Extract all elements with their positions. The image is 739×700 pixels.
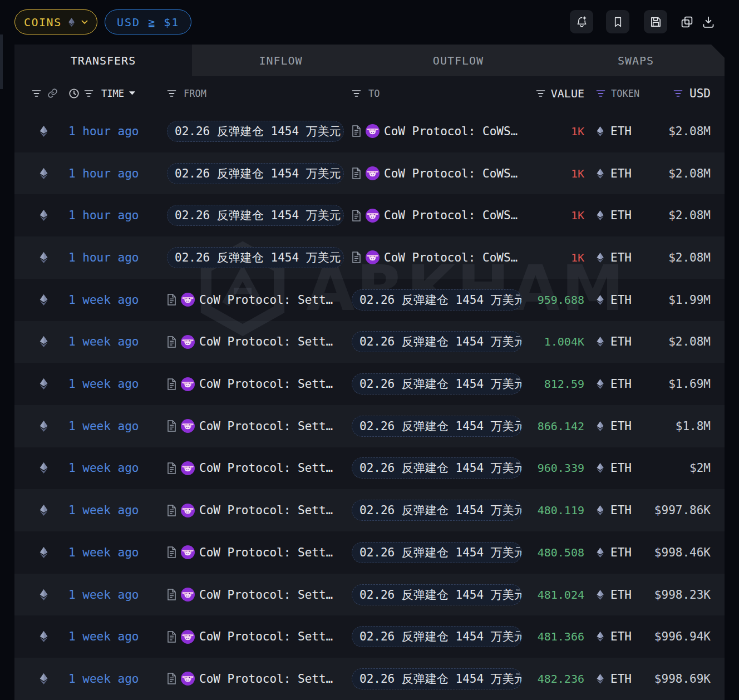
table-row[interactable]: 1 week ago CoW Protocol: Sett… 02.26 反弹建… [14,574,725,616]
entity-link[interactable]: CoW Protocol: Sett… [167,504,333,517]
token-cell[interactable]: ETH [584,504,638,517]
entity-link[interactable]: CoW Protocol: CoWS… [352,250,518,264]
table-row[interactable]: 1 hour ago 02.26 反弹建仓 1454 万美元 CoW Proto… [14,194,725,236]
entity-link[interactable]: CoW Protocol: Sett… [167,461,333,475]
copy-button[interactable] [680,15,694,29]
entity-link[interactable]: CoW Protocol: Sett… [167,672,333,686]
table-row[interactable]: 1 week ago CoW Protocol: Sett… 02.26 反弹建… [14,405,725,447]
to-cell: 02.26 反弹建仓 1454 万美元 [352,289,524,310]
time-link[interactable]: 1 week ago [68,630,139,643]
address-pill[interactable]: 02.26 反弹建仓 1454 万美元 [352,584,522,605]
address-pill[interactable]: 02.26 反弹建仓 1454 万美元 [352,668,522,689]
entity-link[interactable]: CoW Protocol: Sett… [167,335,333,349]
address-pill[interactable]: 02.26 反弹建仓 1454 万美元 [352,331,522,352]
token-cell[interactable]: ETH [584,293,638,307]
column-header-token[interactable]: TOKEN [611,88,639,99]
tab-swaps[interactable]: SWAPS [547,45,725,76]
column-header-value[interactable]: VALUE [551,87,584,100]
filter-icon[interactable] [167,90,176,97]
address-pill[interactable]: 02.26 反弹建仓 1454 万美元 [352,500,522,521]
cow-protocol-avatar-icon [181,377,195,391]
filter-icon[interactable] [352,90,361,97]
save-button[interactable] [644,10,667,33]
token-cell[interactable]: ETH [584,209,638,222]
download-button[interactable] [701,15,716,29]
address-pill[interactable]: 02.26 反弹建仓 1454 万美元 [352,289,522,310]
token-cell[interactable]: ETH [584,546,638,559]
tab-transfers[interactable]: TRANSFERS [14,45,192,76]
entity-link[interactable]: CoW Protocol: Sett… [167,588,333,602]
bookmark-button[interactable] [606,10,629,33]
entity-link[interactable]: CoW Protocol: Sett… [167,377,333,391]
entity-link[interactable]: CoW Protocol: CoWS… [352,124,518,138]
address-pill[interactable]: 02.26 反弹建仓 1454 万美元 [167,121,344,142]
address-pill[interactable]: 02.26 反弹建仓 1454 万美元 [352,457,522,479]
sort-chevron-icon[interactable] [129,91,136,96]
entity-link[interactable]: CoW Protocol: CoWS… [352,209,518,223]
address-pill[interactable]: 02.26 反弹建仓 1454 万美元 [167,247,344,268]
address-pill[interactable]: 02.26 反弹建仓 1454 万美元 [352,626,522,647]
table-row[interactable]: 1 week ago CoW Protocol: Sett… 02.26 反弹建… [14,279,725,321]
time-link[interactable]: 1 week ago [68,546,139,559]
tab-inflow[interactable]: INFLOW [192,45,370,76]
token-cell[interactable]: ETH [584,167,638,180]
token-cell[interactable]: ETH [584,630,638,643]
table-header: TIME FROM TO VALUE TOKEN USD [14,76,725,110]
column-header-time[interactable]: TIME [101,88,124,99]
table-row[interactable]: 1 week ago CoW Protocol: Sett… 02.26 反弹建… [14,447,725,490]
time-link[interactable]: 1 week ago [68,335,139,348]
filter-icon[interactable] [32,90,41,97]
column-header-usd[interactable]: USD [689,87,711,100]
table-row[interactable]: 1 hour ago 02.26 反弹建仓 1454 万美元 CoW Proto… [14,152,725,195]
time-link[interactable]: 1 week ago [68,461,139,475]
address-pill[interactable]: 02.26 反弹建仓 1454 万美元 [352,416,522,437]
table-row[interactable]: 1 week ago CoW Protocol: Sett… 02.26 反弹建… [14,615,725,658]
token-cell[interactable]: ETH [584,672,638,686]
column-header-to[interactable]: TO [368,88,380,99]
time-link[interactable]: 1 week ago [68,420,139,433]
entity-link[interactable]: CoW Protocol: Sett… [167,630,333,644]
token-cell[interactable]: ETH [584,420,638,433]
time-link[interactable]: 1 week ago [68,504,139,517]
column-header-from[interactable]: FROM [184,88,206,99]
token-cell[interactable]: ETH [584,377,638,391]
time-link[interactable]: 1 week ago [68,293,139,307]
address-pill[interactable]: 02.26 反弹建仓 1454 万美元 [167,205,344,226]
token-cell[interactable]: ETH [584,335,638,348]
tab-outflow[interactable]: OUTFLOW [370,45,547,76]
time-link[interactable]: 1 hour ago [68,125,139,138]
table-row[interactable]: 1 week ago CoW Protocol: Sett… 02.26 反弹建… [14,321,725,363]
entity-link[interactable]: CoW Protocol: Sett… [167,545,333,559]
entity-link[interactable]: CoW Protocol: Sett… [167,419,333,433]
table-row[interactable]: 1 week ago CoW Protocol: Sett… 02.26 反弹建… [14,363,725,405]
time-link[interactable]: 1 week ago [68,588,139,602]
time-link[interactable]: 1 hour ago [68,167,139,180]
eth-chain-icon [39,505,48,516]
cow-protocol-avatar-icon [181,335,195,349]
token-cell[interactable]: ETH [584,251,638,264]
entity-link[interactable]: CoW Protocol: CoWS… [352,166,518,180]
filter-icon[interactable] [84,90,93,97]
alert-bell-plus-button[interactable] [570,10,593,33]
usd-threshold-filter-button[interactable]: USD ≧ $1 [105,9,191,34]
table-row[interactable]: 1 week ago CoW Protocol: Sett… 02.26 反弹建… [14,489,725,531]
entity-link[interactable]: CoW Protocol: Sett… [167,293,333,307]
token-cell[interactable]: ETH [584,461,638,475]
address-pill[interactable]: 02.26 反弹建仓 1454 万美元 [167,163,344,184]
filter-icon-active[interactable] [673,90,683,97]
time-link[interactable]: 1 hour ago [68,209,139,222]
time-link[interactable]: 1 week ago [68,377,139,391]
token-cell[interactable]: ETH [584,588,638,602]
table-row[interactable]: 1 hour ago 02.26 反弹建仓 1454 万美元 CoW Proto… [14,236,725,279]
table-row[interactable]: 1 week ago CoW Protocol: Sett… 02.26 反弹建… [14,658,725,700]
time-link[interactable]: 1 hour ago [68,251,139,264]
address-pill[interactable]: 02.26 反弹建仓 1454 万美元 [352,542,522,563]
filter-icon-active[interactable] [596,90,605,97]
table-row[interactable]: 1 week ago CoW Protocol: Sett… 02.26 反弹建… [14,531,725,574]
coins-filter-button[interactable]: COINS [14,9,97,34]
filter-icon[interactable] [536,90,545,97]
time-link[interactable]: 1 week ago [68,672,139,686]
token-cell[interactable]: ETH [584,125,638,138]
address-pill[interactable]: 02.26 反弹建仓 1454 万美元 [352,373,522,395]
table-row[interactable]: 1 hour ago 02.26 反弹建仓 1454 万美元 CoW Proto… [14,110,725,152]
